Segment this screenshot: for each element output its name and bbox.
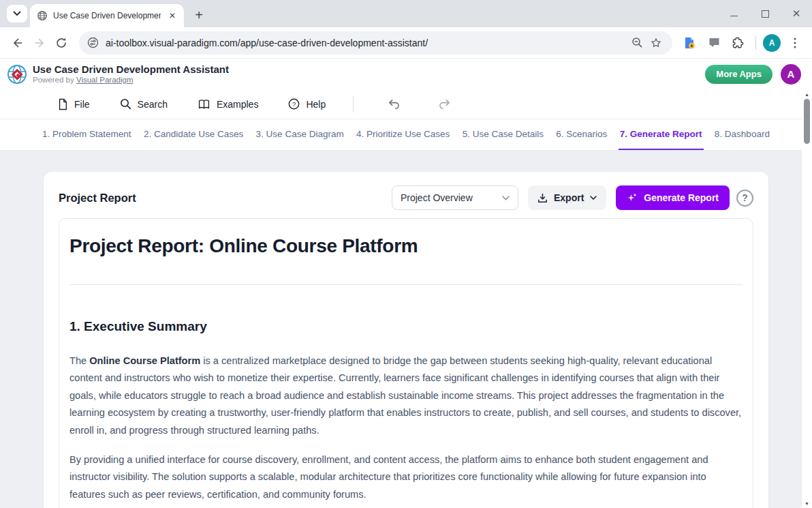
- more-apps-button[interactable]: More Apps: [705, 65, 772, 84]
- chrome-profile-avatar[interactable]: A: [763, 34, 781, 52]
- toolbar-divider: [755, 36, 756, 50]
- globe-favicon-icon: [37, 10, 48, 21]
- window-minimize-button[interactable]: [718, 0, 749, 27]
- redo-button[interactable]: [434, 94, 454, 115]
- redo-icon: [438, 99, 451, 109]
- menu-help[interactable]: ? Help: [288, 98, 326, 110]
- back-button[interactable]: [7, 32, 29, 54]
- app-title: Use Case Driven Development Assistant: [33, 63, 229, 75]
- toolbar-right-icons: A: [679, 33, 805, 53]
- file-icon: [57, 98, 68, 110]
- sparkles-icon: [627, 192, 638, 203]
- undo-button[interactable]: [384, 94, 404, 115]
- reload-button[interactable]: [50, 32, 72, 54]
- tab-title: Use Case Driven Development Assistant: [53, 11, 161, 20]
- menu-file[interactable]: File: [57, 98, 90, 110]
- user-avatar[interactable]: A: [781, 64, 801, 85]
- window-controls: ✕: [718, 0, 812, 27]
- url-text[interactable]: ai-toolbox.visual-paradigm.com/app/use-c…: [106, 38, 627, 48]
- browser-tab[interactable]: Use Case Driven Development Assistant ✕: [30, 4, 184, 27]
- extension-doc-icon[interactable]: [679, 33, 700, 53]
- step-use-case-diagram[interactable]: 3. Use Case Diagram: [255, 119, 345, 150]
- platform-name: Online Course Platform: [89, 355, 200, 366]
- browser-titlebar: Use Case Driven Development Assistant ✕ …: [0, 0, 812, 27]
- svg-text:?: ?: [292, 100, 296, 108]
- undo-icon: [388, 99, 401, 109]
- chevron-down-icon: [590, 196, 597, 200]
- step-navigation: 1. Problem Statement 2. Candidate Use Ca…: [0, 119, 812, 151]
- tab-search-button[interactable]: [7, 5, 27, 23]
- powered-by: Powered by Visual Paradigm: [33, 76, 229, 85]
- document-divider: [69, 284, 743, 285]
- step-candidate-use-cases[interactable]: 2. Candidate Use Cases: [142, 119, 245, 150]
- chevron-down-icon: [502, 196, 510, 200]
- generate-report-button[interactable]: Generate Report: [616, 185, 730, 210]
- step-prioritize-use-cases[interactable]: 4. Prioritize Use Cases: [355, 119, 451, 150]
- scroll-up-arrow[interactable]: ▲: [802, 89, 812, 99]
- browser-toolbar: ai-toolbox.visual-paradigm.com/app/use-c…: [0, 27, 812, 59]
- step-generate-report[interactable]: 7. Generate Report: [619, 119, 704, 150]
- visual-paradigm-link[interactable]: Visual Paradigm: [76, 76, 134, 84]
- summary-paragraph-1: The Online Course Platform is a centrali…: [69, 353, 743, 439]
- page-title: Project Report: [59, 192, 136, 205]
- search-icon: [120, 98, 131, 110]
- menu-search[interactable]: Search: [120, 98, 168, 110]
- scrollbar-thumb[interactable]: [804, 99, 810, 144]
- step-scenarios[interactable]: 6. Scenarios: [555, 119, 608, 150]
- page-scrollbar[interactable]: ▲ ▼: [802, 89, 812, 508]
- side-panel-chat-icon[interactable]: [704, 33, 724, 53]
- address-bar[interactable]: ai-toolbox.visual-paradigm.com/app/use-c…: [79, 31, 672, 55]
- menu-examples[interactable]: Examples: [198, 99, 258, 110]
- forward-button[interactable]: [29, 32, 50, 54]
- window-maximize-button[interactable]: [749, 0, 781, 27]
- help-icon: ?: [288, 98, 300, 110]
- content-area: Project Report Project Overview Export: [0, 151, 812, 508]
- report-document: Project Report: Online Course Platform 1…: [59, 218, 753, 508]
- menu-bar: File Search Examples ? Help: [0, 89, 812, 119]
- chevron-down-icon: [13, 11, 21, 16]
- visual-paradigm-logo: [5, 63, 29, 86]
- report-toolbar: Project Report Project Overview Export: [59, 185, 753, 210]
- zoom-icon[interactable]: [627, 33, 646, 53]
- browser-menu-kebab-icon[interactable]: [785, 33, 805, 53]
- step-problem-statement[interactable]: 1. Problem Statement: [41, 119, 133, 150]
- export-button[interactable]: Export: [528, 185, 606, 210]
- document-heading: Project Report: Online Course Platform: [69, 235, 743, 257]
- help-circle-icon[interactable]: ?: [736, 190, 753, 207]
- extensions-puzzle-icon[interactable]: [728, 33, 749, 53]
- step-dashboard[interactable]: 8. Dashboard: [713, 119, 771, 150]
- section-heading: 1. Executive Summary: [69, 319, 743, 334]
- site-settings-icon[interactable]: [87, 37, 99, 48]
- tab-close-icon[interactable]: ✕: [166, 10, 178, 22]
- report-type-select[interactable]: Project Overview: [392, 185, 518, 210]
- window-close-button[interactable]: ✕: [781, 0, 812, 27]
- menu-divider: [353, 96, 354, 113]
- summary-paragraph-2: By providing a unified interface for cou…: [69, 451, 743, 503]
- project-report-card: Project Report Project Overview Export: [44, 172, 768, 508]
- download-icon: [537, 193, 548, 203]
- open-book-icon: [198, 99, 210, 110]
- app-title-block: Use Case Driven Development Assistant Po…: [33, 63, 229, 84]
- scroll-down-arrow[interactable]: ▼: [802, 498, 812, 508]
- app-header: Use Case Driven Development Assistant Po…: [0, 59, 812, 89]
- new-tab-button[interactable]: +: [189, 5, 208, 25]
- step-use-case-details[interactable]: 5. Use Case Details: [461, 119, 545, 150]
- bookmark-star-icon[interactable]: [646, 33, 666, 53]
